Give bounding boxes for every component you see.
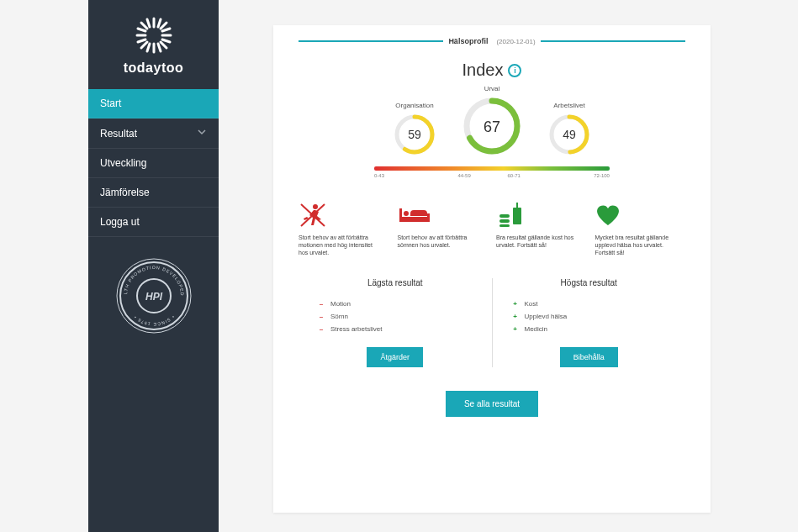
scale-bar-icon [374,166,610,171]
list-item-label: Stress arbetslivet [330,325,382,333]
lowest-results: Lägsta resultat –Motion –Sömn –Stress ar… [299,278,492,367]
svg-line-10 [158,19,161,27]
insight-tiles: Stort behov av att förbättra motionen me… [299,202,685,256]
tile-health: Mycket bra resultat gällande upplevd häl… [595,202,686,256]
food-drink-icon [496,202,525,229]
report-card: Hälsoprofil (2020-12-01) Index i Organis… [273,25,711,513]
gauge-label: Arbetslivet [553,102,584,109]
svg-line-15 [162,29,170,31]
sidebar-item-jamforelse[interactable]: Jämförelse [88,178,219,208]
sidebar-item-label: Start [100,97,121,109]
heart-icon [595,202,621,229]
svg-point-37 [404,211,409,216]
gauge-row: Organisation 59 Urval 67 Arbetslivet [299,85,685,156]
gauge-ring-icon: 59 [393,113,436,156]
sidebar: todaytoo Start Resultat Utveckling Jämfö… [88,0,219,532]
highest-results: Högsta resultat +Kost +Upplevd hälsa +Me… [492,278,686,367]
svg-line-4 [141,23,147,29]
svg-rect-38 [513,208,521,224]
minus-icon: – [317,325,325,333]
scale-tick: 44-59 [457,173,470,178]
brand-logo-icon [134,15,174,55]
gauge-organisation: Organisation 59 [393,102,436,156]
list-item-label: Medicin [525,325,548,333]
gauge-label: Urval [484,85,500,92]
card-date: (2020-12-01) [496,38,535,45]
sidebar-item-utveckling[interactable]: Utveckling [88,149,219,178]
list-item-label: Motion [330,300,351,308]
svg-rect-40 [499,214,510,218]
scale-tick: 60-71 [507,173,520,178]
column-title: Högsta resultat [511,278,668,287]
sidebar-item-resultat[interactable]: Resultat [88,119,219,149]
svg-rect-42 [499,224,510,227]
list-item-label: Sömn [330,313,348,320]
runner-crossed-icon [299,202,327,229]
hpi-badge-icon: HPI HEALTH PROMOTION DEVELOPED BY • SINC… [114,255,194,336]
maintain-button[interactable]: Bibehålla [560,347,618,367]
sidebar-item-label: Utveckling [100,157,146,169]
minus-icon: – [317,313,325,320]
svg-text:67: 67 [484,119,500,135]
svg-line-6 [161,23,166,29]
svg-text:59: 59 [408,128,421,141]
minus-icon: – [317,300,325,308]
bed-icon [398,202,431,229]
list-item: –Stress arbetslivet [317,323,473,335]
svg-line-7 [141,42,147,48]
column-title: Lägsta resultat [317,278,473,287]
gauge-label: Organisation [395,102,433,109]
gauge-arbetslivet: Arbetslivet 49 [547,102,591,156]
tile-food: Bra resultat gällande kost hos urvalet. … [496,202,587,256]
svg-point-31 [313,204,318,209]
svg-rect-39 [516,203,518,209]
scale-ticks: 0-43 44-59 60-71 72-100 [374,173,610,178]
sidebar-item-label: Resultat [100,128,137,140]
svg-line-9 [158,44,161,51]
rule-left [299,40,443,42]
plus-icon: + [511,300,520,308]
list-item: +Medicin [511,323,668,335]
tile-motion: Stort behov av att förbättra motionen me… [299,202,389,256]
svg-line-5 [161,42,166,48]
plus-icon: + [511,313,520,320]
hpi-badge: HPI HEALTH PROMOTION DEVELOPED BY • SINC… [88,255,219,336]
low-list: –Motion –Sömn –Stress arbetslivet [317,298,473,335]
index-heading-text: Index [462,61,504,80]
index-heading: Index i [299,61,685,80]
list-item-label: Upplevd hälsa [525,313,568,320]
tile-sleep: Stort behov av att förbättra sömnen hos … [398,202,489,256]
svg-line-8 [147,19,150,27]
info-icon[interactable]: i [508,64,521,77]
brand-block: todaytoo [88,0,219,82]
svg-line-13 [162,40,170,42]
plus-icon: + [511,325,520,333]
actions-button[interactable]: Åtgärder [367,347,423,367]
tile-text: Bra resultat gällande kost hos urvalet. … [496,234,576,249]
scale-tick: 0-43 [374,173,384,178]
svg-rect-41 [499,219,510,223]
svg-rect-34 [399,217,430,222]
see-all-button[interactable]: Se alla resultat [446,391,538,417]
svg-line-14 [138,40,145,42]
sidebar-item-label: Logga ut [100,216,140,228]
svg-line-12 [138,29,145,31]
sidebar-item-label: Jämförelse [100,187,150,198]
gauge-ring-icon: 49 [547,113,591,156]
rule-right [541,40,685,42]
card-title: Hälsoprofil [448,37,488,45]
tile-text: Stort behov av att förbättra motionen me… [299,234,378,256]
scale-tick: 72-100 [594,173,610,178]
result-columns: Lägsta resultat –Motion –Sömn –Stress ar… [299,278,685,367]
brand-name: todaytoo [88,61,219,76]
svg-rect-35 [399,208,402,222]
svg-text:HPI: HPI [145,291,162,303]
gauge-ring-icon: 67 [462,96,522,156]
sidebar-item-loggaut[interactable]: Logga ut [88,208,219,237]
sidebar-item-start[interactable]: Start [88,89,219,119]
list-item: –Sömn [317,310,473,323]
svg-text:49: 49 [563,128,576,141]
chevron-down-icon [197,127,207,140]
svg-rect-36 [427,213,430,222]
tile-text: Mycket bra resultat gällande upplevd häl… [595,234,675,256]
